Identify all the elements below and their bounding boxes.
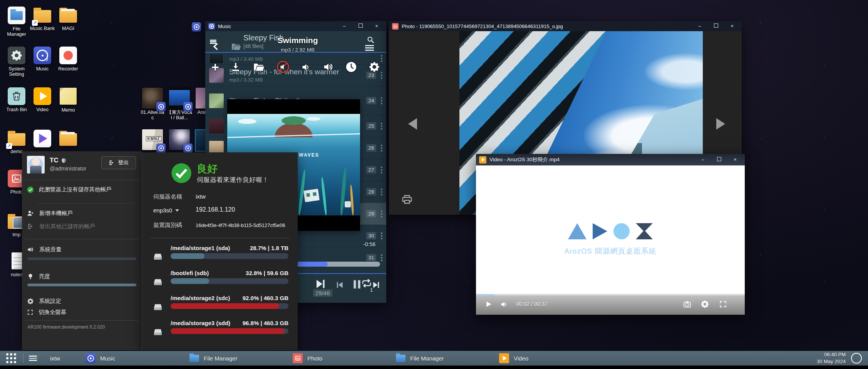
taskbar-app-file-manager-2[interactable]: File Manager	[396, 355, 444, 362]
desktop-file-alive-flac[interactable]: 01.Alive.flac	[140, 88, 165, 120]
track-menu-icon[interactable]	[379, 145, 385, 152]
settings-gear-icon[interactable]	[700, 300, 709, 309]
maximize-button[interactable]	[709, 21, 722, 31]
video-app-icon	[33, 87, 52, 106]
desktop-icon-memo[interactable]: Memo	[55, 87, 81, 113]
volume-down-icon[interactable]	[301, 62, 311, 72]
photo-window-titlebar[interactable]: Photo - 119065550_10157744569721304_4713…	[389, 21, 742, 31]
video-seek-bar[interactable]	[476, 294, 745, 296]
power-icon[interactable]	[851, 353, 862, 364]
toggle-fullscreen-item[interactable]: 切換全螢幕	[27, 309, 67, 316]
status-description: 伺服器看來運作良好喔！	[197, 175, 269, 184]
desktop-icon-file-manager[interactable]: File Manager	[4, 6, 29, 37]
desktop-icon-folder[interactable]	[55, 129, 81, 149]
volume-up-icon[interactable]	[323, 61, 334, 73]
next-photo-arrow[interactable]	[716, 118, 725, 130]
window-title: Photo - 119065550_10157744569721304_4713…	[402, 23, 690, 29]
download-icon[interactable]	[230, 62, 241, 72]
mute-icon[interactable]	[276, 60, 290, 73]
desktop-icon-recorder[interactable]: Recorder	[55, 46, 81, 72]
open-folder-icon[interactable]	[253, 61, 265, 73]
desktop-file-anime[interactable]	[167, 129, 192, 150]
settings-gear-icon[interactable]	[369, 61, 380, 73]
window-title: Music	[218, 23, 335, 29]
skip-next2-icon[interactable]	[372, 281, 380, 289]
track-menu-icon[interactable]	[379, 232, 385, 239]
track-menu-icon[interactable]	[379, 189, 385, 195]
logout-saved-accounts-item[interactable]: 登出其他已儲存的帳戶	[27, 223, 95, 230]
minimize-button[interactable]: –	[693, 21, 706, 31]
interface-select[interactable]: enp3s0	[153, 207, 179, 214]
video-window-titlebar[interactable]: Video - ArozOS 30秒簡介.mp4 – ×	[476, 154, 745, 165]
desktop-icon-music-bank[interactable]: ↗ Music Bank	[30, 6, 55, 31]
user-quick-panel: TC @administrator 登出 此瀏覽器上沒有儲存其他帳戶 新增本機帳…	[22, 151, 142, 350]
minimize-button[interactable]: –	[338, 21, 351, 31]
desktop-icon-label: Music	[30, 66, 55, 72]
desktop-file-touhou-vocal[interactable]: 【東方Vocal / Ball...	[167, 88, 192, 120]
avatar[interactable]	[27, 156, 45, 174]
gear-icon	[7, 47, 26, 65]
hostname: ixtw	[50, 355, 60, 362]
taskbar-menu-icon[interactable]	[29, 356, 37, 361]
drive-icon	[152, 276, 164, 288]
track-menu-icon[interactable]	[379, 210, 385, 217]
recorder-icon	[59, 47, 77, 65]
taskbar-app-music[interactable]: Music	[85, 353, 115, 363]
user-name: TC	[50, 157, 59, 164]
music-app-badge-icon	[183, 102, 193, 111]
print-icon[interactable]	[401, 194, 413, 205]
skip-previous-icon[interactable]	[335, 281, 344, 289]
add-local-account-item[interactable]: 新增本機帳戶	[27, 210, 73, 217]
track-menu-icon[interactable]	[379, 167, 385, 174]
video-app-icon	[499, 353, 509, 363]
user-name-row: TC	[50, 157, 67, 164]
track-number: 31	[366, 254, 376, 261]
desktop-icon-video[interactable]: Video	[30, 87, 55, 112]
music-app-icon	[208, 23, 215, 30]
volume-slider[interactable]	[27, 257, 136, 260]
brightness-slider[interactable]	[27, 284, 136, 286]
taskbar-app-video[interactable]: Video	[499, 353, 528, 363]
divider	[150, 238, 290, 238]
desktop-icon-music[interactable]: ♪ Music	[30, 46, 55, 72]
minimize-button[interactable]: –	[696, 155, 709, 165]
track-menu-icon[interactable]	[379, 97, 385, 104]
photo-app-icon	[392, 23, 399, 30]
desktop-icon-magi[interactable]: MAGI	[55, 6, 81, 31]
track-menu-icon[interactable]	[379, 254, 385, 261]
logo-triangle-up	[568, 223, 586, 239]
video-app-icon	[479, 156, 486, 164]
bottom-black-strip	[0, 366, 868, 369]
back-icon[interactable]	[211, 42, 221, 51]
maximize-button[interactable]	[712, 155, 726, 165]
snapshot-camera-icon[interactable]	[683, 300, 692, 309]
close-button[interactable]: ×	[729, 155, 742, 165]
history-clock-icon[interactable]	[345, 61, 357, 73]
app-launcher-grid-icon[interactable]	[6, 353, 16, 363]
search-icon[interactable]	[367, 36, 375, 44]
desktop-icon-system-setting[interactable]: System Setting	[4, 46, 29, 77]
add-icon[interactable]: +	[211, 61, 219, 73]
desktop-file-kmnz[interactable]: KMNZ	[140, 129, 165, 150]
maximize-button[interactable]	[354, 21, 367, 31]
taskbar-app-file-manager-1[interactable]: File Manager	[189, 355, 238, 362]
track-menu-icon[interactable]	[379, 123, 385, 130]
taskbar-app-photo[interactable]: Photo	[293, 353, 322, 363]
volume-icon[interactable]	[500, 300, 508, 309]
desktop-icon-demo[interactable]: ↗ demo	[4, 129, 29, 154]
speaker-icon	[27, 246, 34, 253]
play-icon[interactable]	[484, 300, 493, 308]
thumbnail	[169, 129, 190, 150]
video-canvas[interactable]: ArozOS 開源網頁桌面系統 00:02 / 00:37	[476, 165, 745, 315]
desktop-icon-player[interactable]	[30, 129, 55, 149]
close-button[interactable]: ×	[726, 21, 739, 31]
desktop-icon-label: File Manager	[4, 26, 29, 37]
skip-next-icon[interactable]	[314, 278, 327, 290]
desktop-icon-trash-bin[interactable]: Trash Bin	[4, 87, 29, 112]
previous-photo-arrow[interactable]	[408, 118, 417, 130]
music-window-titlebar[interactable]: Music – ×	[205, 21, 386, 31]
close-button[interactable]: ×	[370, 21, 383, 31]
logout-button[interactable]: 登出	[101, 156, 136, 169]
fullscreen-icon[interactable]	[719, 300, 727, 308]
system-settings-item[interactable]: 系統設定	[27, 297, 61, 305]
